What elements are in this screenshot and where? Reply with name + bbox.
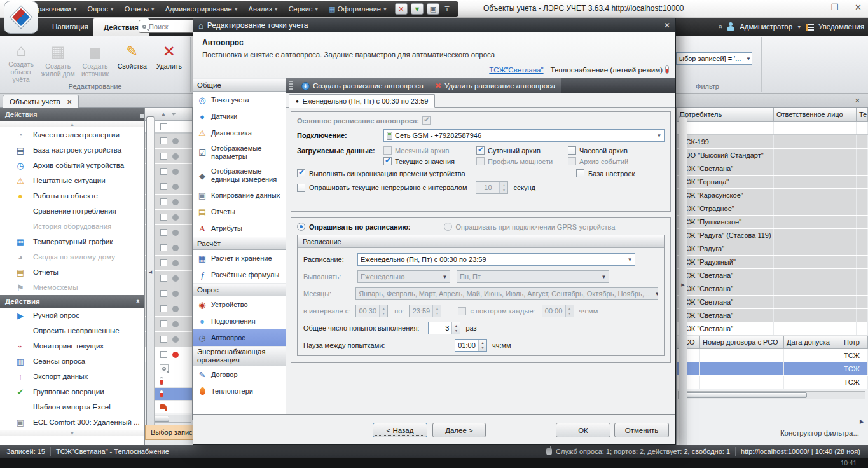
record-selection-tab[interactable]: Выбор запис <box>145 425 196 440</box>
table-row[interactable]: ТСЖ <box>677 349 868 362</box>
column-header[interactable]: Ответственное лицо <box>774 108 857 121</box>
table-row[interactable]: ТСЖ "Светлана" <box>677 295 868 308</box>
menu-6[interactable]: Сервис▼ <box>284 2 324 16</box>
horizontal-scrollbar[interactable]: ▶ <box>678 391 865 399</box>
table-row[interactable]: ТСЖ "Пушкинское" <box>677 215 868 228</box>
actions-panel-header[interactable]: Действия» <box>0 295 144 308</box>
table-row[interactable]: ТСЖ "Светлана" <box>677 322 868 335</box>
sidebar-item[interactable]: ▤Отчеты <box>0 265 144 280</box>
dialog-nav-item[interactable]: ▦Расчет и хранение <box>193 250 286 266</box>
tab-close-icon[interactable]: ✕ <box>67 99 72 106</box>
sidebar-item[interactable]: ✔Групповые операции <box>0 384 144 399</box>
table-row[interactable]: ЖСК-199 <box>677 135 868 148</box>
sidebar-item[interactable]: ▶Ручной опрос <box>0 308 144 323</box>
attempts-stepper[interactable]: 3▲▼ <box>428 322 460 334</box>
dialog-nav-item[interactable]: ▣Копирование данных <box>193 187 286 203</box>
ribbon-button-delete-x[interactable]: ✕Удалить <box>152 39 186 81</box>
dialog-nav-item-selected[interactable]: ◷Автоопрос <box>193 329 286 346</box>
column-header[interactable]: Дата допуска <box>784 336 841 349</box>
tab-objects[interactable]: Объекты учета ✕ <box>3 95 79 108</box>
sidebar-item[interactable]: ▤База настроек устройства <box>0 142 144 158</box>
expand-arrow-icon[interactable]: ▶ <box>860 418 864 425</box>
row-checkbox[interactable] <box>160 336 167 343</box>
dialog-nav-item[interactable]: ◎Точка учета <box>193 92 286 108</box>
collapse-ribbon-icon[interactable]: » <box>716 25 724 29</box>
row-checkbox[interactable] <box>160 214 167 221</box>
toolbar-overflow-icon[interactable]: ₸ <box>441 3 453 15</box>
dialog-nav-item[interactable]: ◉Устройство <box>193 296 286 313</box>
close-button[interactable]: ✕ <box>855 3 862 12</box>
row-checkbox[interactable] <box>160 351 167 358</box>
table-row[interactable]: ТСЖ "Радуга" <box>677 242 868 255</box>
table-row[interactable]: ТСЖ "Светлана" <box>677 282 868 295</box>
filter-records-dropdown[interactable]: ыбор записей] = '... ▼ <box>676 52 752 65</box>
dialog-nav-item[interactable]: Теплопотери <box>193 383 286 399</box>
row-checkbox[interactable] <box>160 168 167 175</box>
load-data-checkbox[interactable] <box>383 157 392 165</box>
dialog-nav-item[interactable]: ◆Отображаемые единицы измерения <box>193 164 286 187</box>
column-header[interactable]: Те <box>857 108 868 121</box>
dialog-nav-item[interactable]: ▤Отчеты <box>193 203 286 220</box>
dialog-nav-item[interactable]: ⚠Диагностика <box>193 125 286 141</box>
menu-3[interactable]: Отчеты▼ <box>120 2 160 16</box>
table-row[interactable]: ТСЖ <box>677 376 868 389</box>
dialog-titlebar[interactable]: ⌂ Редактирование точки учета ✕ <box>193 18 675 32</box>
delete-schedule-button[interactable]: ✖ Удалить расписание автоопроса <box>429 78 561 93</box>
table-row[interactable]: ТСЖ "Отрадное" <box>677 202 868 215</box>
row-checkbox[interactable] <box>160 320 167 327</box>
ok-button[interactable]: ОК <box>556 423 610 437</box>
schedule-tab[interactable]: ● Еженедельно (Пн, Пт) с 00:30 по 23:59 <box>289 94 435 108</box>
row-checkbox[interactable] <box>160 137 167 144</box>
table-row[interactable]: ТСЖ "Светлана" <box>677 162 868 175</box>
row-checkbox[interactable] <box>160 229 167 236</box>
column-header[interactable]: Потр <box>841 336 868 349</box>
sidebar-item[interactable]: Сравнение потребления <box>0 203 144 219</box>
back-button[interactable]: < Назад <box>373 423 427 437</box>
quick-print-icon[interactable]: ▣ <box>427 3 439 15</box>
restore-button[interactable]: ❐ <box>830 3 838 12</box>
sidebar-item[interactable]: Опросить неопрошенные <box>0 323 144 338</box>
sidebar-item[interactable]: ▣ECL Comfort 300: Удалённый ... <box>0 415 144 430</box>
sidebar-item[interactable]: ↑Экспорт данных <box>0 369 144 384</box>
dialog-nav-section[interactable]: Опрос <box>193 283 286 296</box>
table-row[interactable]: ТСЖ "Карасунское" <box>677 188 868 202</box>
tab-navigation[interactable]: Навигация <box>42 18 99 36</box>
filter-builder-link[interactable]: Конструктор фильтра... <box>780 429 859 437</box>
table-row[interactable]: ТСЖ "Светлана" <box>677 308 868 322</box>
sync-time-checkbox[interactable] <box>297 169 305 177</box>
minimize-button[interactable]: — <box>806 3 814 12</box>
table-filter-row[interactable] <box>677 121 868 135</box>
dialog-nav-item[interactable]: ●Датчики <box>193 108 286 125</box>
actions-panel-header[interactable]: Действия <box>0 108 144 121</box>
dialog-nav-section[interactable]: Энергоснабжающая организация <box>193 346 286 366</box>
pause-stepper[interactable]: 01:00▲▼ <box>455 339 487 352</box>
row-checkbox[interactable] <box>160 305 167 312</box>
settings-db-checkbox[interactable] <box>576 169 584 177</box>
sidebar-item[interactable]: ◔Качество электроэнергии <box>0 127 144 142</box>
table-row[interactable]: ТСЖ "Горница" <box>677 175 868 188</box>
schedule-dropdown[interactable]: Еженедельно (Пн, Пт) с 00:30 по 23:59 ▼ <box>357 253 635 266</box>
row-checkbox[interactable] <box>160 290 167 297</box>
sidebar-item[interactable]: ▦Температурный график <box>0 234 144 249</box>
menu-7[interactable]: ▦Оформление▼ <box>324 2 392 16</box>
right-panel-close-icon[interactable]: ✕ <box>855 97 860 105</box>
grid-subrow-faucet[interactable] <box>155 401 192 413</box>
load-data-checkbox[interactable] <box>568 146 576 155</box>
collapse-panel-icon[interactable]: » <box>134 299 141 303</box>
sidebar-item[interactable]: Шаблон импорта Excel <box>0 399 144 415</box>
user-menu[interactable]: Администратор <box>740 23 792 31</box>
dialog-nav-section[interactable]: Расчёт <box>193 237 286 250</box>
quick-close-icon[interactable]: ✕ <box>395 3 408 15</box>
column-header[interactable]: Потребитель <box>677 108 774 121</box>
menu-2[interactable]: Опрос▼ <box>83 2 119 16</box>
create-schedule-button[interactable]: + Создать расписание автоопроса <box>296 78 429 93</box>
menu-5[interactable]: Анализ▼ <box>244 2 283 16</box>
row-checkbox[interactable] <box>160 183 167 190</box>
grid-subrow-thermo-selected[interactable] <box>155 388 192 401</box>
ribbon-button-properties[interactable]: ✎Свойства <box>115 39 149 81</box>
scroll-right-icon[interactable]: ▶ <box>679 116 687 453</box>
cancel-button[interactable]: Отменить <box>614 423 669 437</box>
table-row[interactable]: ТСЖ "Радуга" (Стасова 119) <box>677 228 868 242</box>
scroll-left-icon[interactable]: ◀ <box>146 116 155 428</box>
sidebar-item[interactable]: ▥Сеансы опроса <box>0 354 144 369</box>
